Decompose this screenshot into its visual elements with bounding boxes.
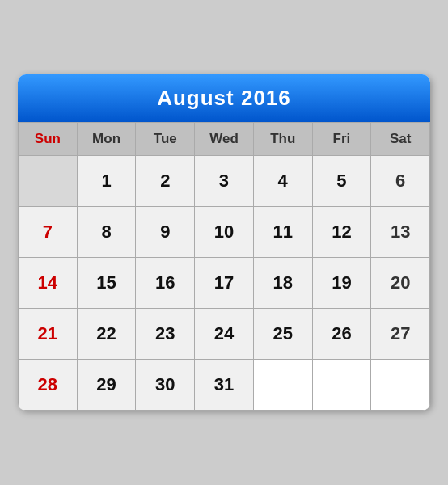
day-cell-w1d4[interactable]: 11 [254,207,312,257]
day-cell-w0d1[interactable]: 1 [78,156,136,206]
calendar-header: August 2016 [18,74,430,122]
day-cell-w1d0[interactable]: 7 [19,207,77,257]
header-wed: Wed [195,123,253,155]
day-cell-w2d3[interactable]: 17 [195,258,253,308]
day-cell-w1d6[interactable]: 13 [371,207,429,257]
day-cell-w3d5[interactable]: 26 [313,309,371,359]
header-sun: Sun [19,123,77,155]
header-fri: Fri [313,123,371,155]
header-tue: Tue [136,123,194,155]
header-thu: Thu [254,123,312,155]
day-cell-w4d1[interactable]: 29 [78,360,136,410]
calendar-grid: SunMonTueWedThuFriSat1234567891011121314… [18,122,430,411]
header-sat: Sat [371,123,429,155]
day-cell-w4d4[interactable] [254,360,312,410]
day-cell-w1d3[interactable]: 10 [195,207,253,257]
day-cell-w2d0[interactable]: 14 [19,258,77,308]
day-cell-w0d2[interactable]: 2 [136,156,194,206]
day-cell-w2d2[interactable]: 16 [136,258,194,308]
day-cell-w4d5[interactable] [313,360,371,410]
day-cell-w2d5[interactable]: 19 [313,258,371,308]
day-cell-w0d3[interactable]: 3 [195,156,253,206]
day-cell-w4d6[interactable] [371,360,429,410]
day-cell-w1d2[interactable]: 9 [136,207,194,257]
month-year-title: August 2016 [157,86,291,110]
calendar: August 2016 SunMonTueWedThuFriSat1234567… [18,74,430,411]
day-cell-w3d1[interactable]: 22 [78,309,136,359]
day-cell-w4d0[interactable]: 28 [19,360,77,410]
header-mon: Mon [78,123,136,155]
day-cell-w1d5[interactable]: 12 [313,207,371,257]
day-cell-w0d6[interactable]: 6 [371,156,429,206]
day-cell-w0d0[interactable] [19,156,77,206]
day-cell-w2d4[interactable]: 18 [254,258,312,308]
day-cell-w1d1[interactable]: 8 [78,207,136,257]
day-cell-w3d4[interactable]: 25 [254,309,312,359]
day-cell-w3d0[interactable]: 21 [19,309,77,359]
day-cell-w2d6[interactable]: 20 [371,258,429,308]
day-cell-w3d3[interactable]: 24 [195,309,253,359]
day-cell-w3d2[interactable]: 23 [136,309,194,359]
day-cell-w3d6[interactable]: 27 [371,309,429,359]
day-cell-w4d3[interactable]: 31 [195,360,253,410]
day-cell-w0d5[interactable]: 5 [313,156,371,206]
day-cell-w4d2[interactable]: 30 [136,360,194,410]
day-cell-w2d1[interactable]: 15 [78,258,136,308]
day-cell-w0d4[interactable]: 4 [254,156,312,206]
